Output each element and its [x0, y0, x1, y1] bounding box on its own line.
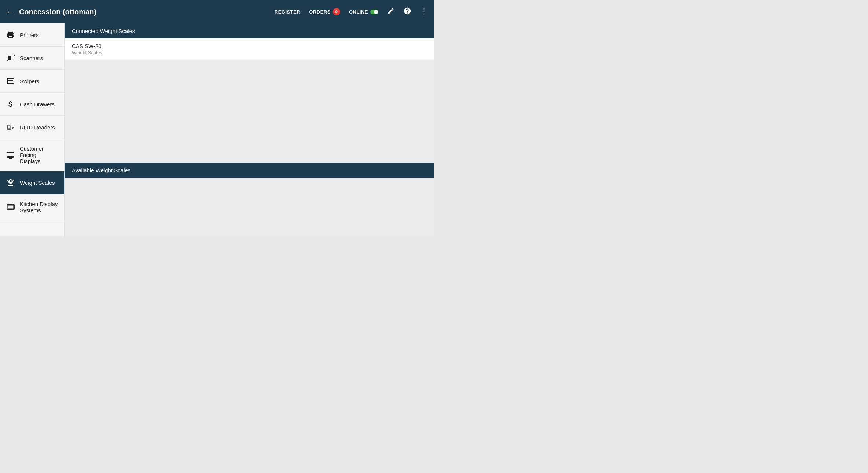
display-icon [6, 150, 15, 160]
printers-label: Printers [20, 32, 39, 38]
sidebar-item-weight-scales[interactable]: Weight Scales [0, 171, 64, 194]
kitchen-display-label: Kitchen Display Systems [20, 201, 58, 213]
app-title: Concession (ottoman) [19, 8, 275, 16]
swiper-icon [6, 76, 15, 86]
sidebar-item-cash-drawers[interactable]: Cash Drawers [0, 93, 64, 116]
available-section-header: Available Weight Scales [65, 163, 434, 178]
kitchen-icon [6, 202, 15, 212]
connected-section-header: Connected Weight Scales [65, 23, 434, 38]
barcode-icon [6, 53, 15, 63]
online-label: ONLINE [349, 9, 368, 15]
register-button[interactable]: REGISTER [275, 9, 300, 15]
content-area: Connected Weight Scales CAS SW-20 Weight… [65, 23, 434, 236]
online-dot [370, 10, 378, 14]
scale-icon [6, 178, 15, 187]
help-icon [403, 7, 411, 15]
help-button[interactable] [403, 7, 411, 17]
cash-drawers-label: Cash Drawers [20, 101, 55, 107]
main-layout: Printers Scanners Swipers [0, 23, 434, 236]
header-actions: REGISTER ORDERS 0 ONLINE ⋮ [275, 7, 428, 17]
more-button[interactable]: ⋮ [420, 7, 428, 16]
printer-icon [6, 30, 15, 40]
sidebar-item-swipers[interactable]: Swipers [0, 70, 64, 93]
svg-rect-1 [8, 126, 10, 129]
orders-badge: 0 [333, 8, 340, 15]
rfid-icon [6, 122, 15, 132]
app-header: ← Concession (ottoman) REGISTER ORDERS 0… [0, 0, 434, 23]
pencil-icon [387, 7, 394, 15]
cash-icon [6, 99, 15, 109]
sidebar-item-rfid[interactable]: RFID Readers [0, 116, 64, 139]
device-item-cas[interactable]: CAS SW-20 Weight Scales [65, 38, 434, 60]
swipers-label: Swipers [20, 78, 39, 84]
connected-spacer [65, 60, 434, 163]
scanners-label: Scanners [20, 55, 43, 61]
orders-button[interactable]: ORDERS 0 [309, 8, 340, 15]
rfid-label: RFID Readers [20, 124, 55, 131]
svg-rect-6 [8, 205, 14, 209]
orders-label: ORDERS [309, 9, 331, 15]
sidebar: Printers Scanners Swipers [0, 23, 65, 236]
customer-facing-label: Customer Facing Displays [20, 146, 58, 164]
online-toggle[interactable]: ONLINE [349, 9, 378, 15]
pencil-button[interactable] [387, 7, 394, 16]
sidebar-item-scanners[interactable]: Scanners [0, 47, 64, 70]
back-button[interactable]: ← [6, 7, 14, 16]
sidebar-item-kitchen-display[interactable]: Kitchen Display Systems [0, 194, 64, 220]
device-name: CAS SW-20 [72, 43, 427, 49]
weight-scales-label: Weight Scales [20, 180, 55, 186]
device-type: Weight Scales [72, 50, 427, 55]
sidebar-item-printers[interactable]: Printers [0, 23, 64, 47]
sidebar-item-customer-facing[interactable]: Customer Facing Displays [0, 139, 64, 171]
